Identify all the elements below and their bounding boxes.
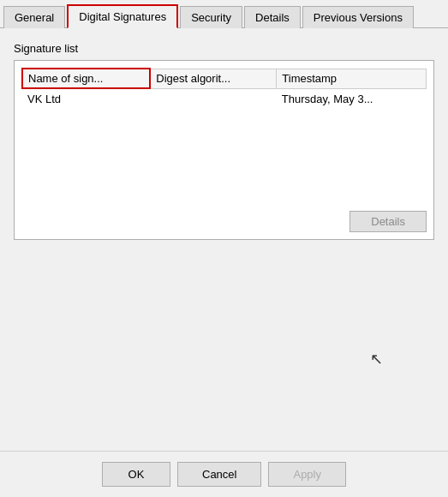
- col-header-digest[interactable]: Digest algorit...: [150, 69, 276, 88]
- cell-timestamp: Thursday, May 3...: [277, 88, 427, 204]
- cancel-button[interactable]: Cancel: [177, 462, 261, 487]
- dialog: General Digital Signatures Security Deta…: [0, 0, 448, 497]
- spacer: ↖: [14, 240, 434, 437]
- tab-previous-versions[interactable]: Previous Versions: [302, 6, 414, 28]
- cursor-icon: ↖: [370, 350, 383, 368]
- tab-digital-signatures[interactable]: Digital Signatures: [67, 4, 178, 28]
- col-header-timestamp[interactable]: Timestamp: [277, 69, 427, 88]
- signature-table: Name of sign... Digest algorit... Timest…: [21, 68, 427, 204]
- group-label: Signature list: [14, 42, 434, 55]
- details-row: Details: [21, 211, 427, 232]
- cell-name: VK Ltd: [22, 88, 150, 204]
- button-bar: OK Cancel Apply: [0, 451, 448, 497]
- col-header-name[interactable]: Name of sign...: [22, 69, 150, 88]
- signature-list-box: Name of sign... Digest algorit... Timest…: [14, 60, 434, 240]
- tab-details[interactable]: Details: [244, 6, 301, 28]
- table-row[interactable]: VK Ltd Thursday, May 3...: [22, 88, 427, 204]
- details-button[interactable]: Details: [349, 211, 427, 232]
- tab-bar: General Digital Signatures Security Deta…: [0, 3, 448, 28]
- table-header-row: Name of sign... Digest algorit... Timest…: [22, 69, 427, 88]
- ok-button[interactable]: OK: [102, 462, 170, 487]
- tab-general[interactable]: General: [3, 6, 65, 28]
- content-area: Signature list Name of sign... Digest al…: [0, 28, 448, 451]
- tab-security[interactable]: Security: [180, 6, 242, 28]
- apply-button[interactable]: Apply: [268, 462, 346, 487]
- cell-digest: [150, 88, 276, 204]
